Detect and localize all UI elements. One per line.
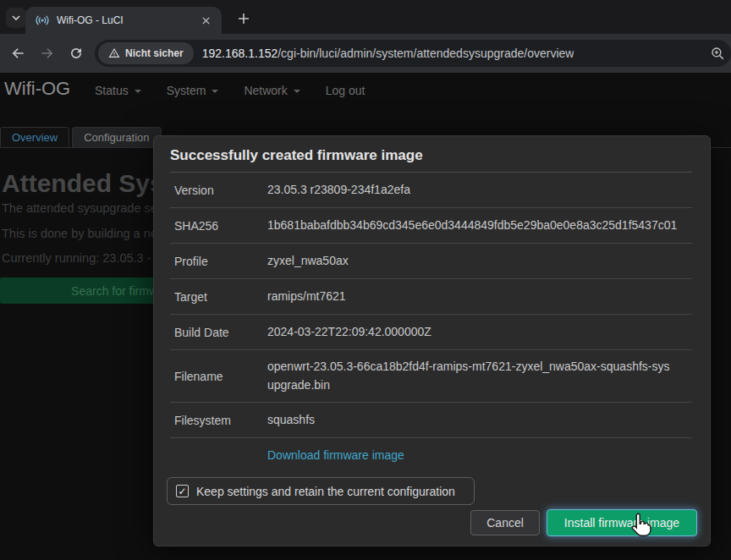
nav-item-network[interactable]: Network	[244, 84, 300, 97]
keep-settings-checkbox[interactable]	[176, 485, 189, 497]
tab-search-button[interactable]	[6, 8, 26, 28]
back-button[interactable]	[4, 40, 31, 67]
tab-configuration[interactable]: Configuration	[72, 127, 161, 147]
keep-settings-label: Keep settings and retain the current con…	[196, 485, 455, 498]
close-icon	[201, 16, 211, 25]
browser-tab[interactable]: Wifi-OG - LuCI	[25, 7, 222, 34]
page-text-line2: This is done by building a ne	[2, 227, 157, 240]
url-host: 192.168.1.152	[202, 47, 278, 60]
table-row-version: Version 23.05.3 r23809-234f1a2efa	[170, 173, 692, 208]
wifi-favicon-icon	[36, 14, 49, 27]
page-text-line1: The attended sysupgrade se	[2, 201, 157, 215]
new-tab-button[interactable]	[232, 7, 256, 30]
table-row-profile: Profile zyxel_nwa50ax	[170, 244, 692, 279]
back-arrow-icon	[9, 45, 26, 62]
chevron-down-icon	[294, 90, 300, 93]
table-row-build-date: Build Date 2024-03-22T22:09:42.000000Z	[170, 315, 692, 350]
plus-icon	[238, 13, 250, 25]
chevron-down-icon	[11, 13, 21, 23]
browser-toolbar: Nicht sicher 192.168.1.152/cgi-bin/luci/…	[0, 34, 731, 73]
site-brand: Wifi-OG	[4, 78, 70, 100]
reload-button[interactable]	[63, 40, 90, 67]
table-row-download: Download firmware image	[170, 438, 692, 474]
zoom-magnifier-icon[interactable]	[710, 46, 726, 62]
chevron-down-icon	[212, 90, 218, 93]
page-text-line3: Currently running: 23.05.3 - r	[2, 251, 158, 265]
modal-buttons: Cancel Install firmware image	[470, 509, 697, 536]
firmware-modal: Successfully created firmware image Vers…	[153, 135, 711, 546]
table-row-sha256: SHA256 1b681babafdbb34b69cd345e6e0d34448…	[170, 208, 692, 244]
tab-overview[interactable]: Overview	[0, 127, 69, 147]
keep-settings-option[interactable]: Keep settings and retain the current con…	[167, 477, 475, 505]
browser-window: Wifi-OG - LuCI	[0, 0, 731, 560]
download-firmware-link[interactable]: Download firmware image	[267, 448, 404, 462]
tab-title: Wifi-OG - LuCI	[57, 14, 198, 26]
main-nav: Status System Network Log out	[95, 84, 365, 97]
forward-button[interactable]	[34, 40, 61, 67]
install-firmware-button[interactable]: Install firmware image	[547, 509, 697, 536]
forward-arrow-icon	[39, 45, 56, 62]
cancel-button[interactable]: Cancel	[470, 510, 540, 535]
nav-item-status[interactable]: Status	[95, 84, 141, 97]
table-row-target: Target ramips/mt7621	[170, 279, 692, 315]
security-chip-label: Nicht sicher	[125, 47, 184, 59]
table-row-filesystem: Filesystem squashfs	[170, 403, 692, 438]
table-row-filename: Filename openwrt-23.05.3-66ca18b2fd4f-ra…	[170, 350, 692, 403]
warning-triangle-icon	[108, 47, 120, 59]
chevron-down-icon	[135, 90, 141, 93]
nav-item-system[interactable]: System	[167, 84, 219, 97]
tab-strip: Wifi-OG - LuCI	[0, 0, 731, 34]
page-tabs: Overview Configuration	[0, 127, 162, 147]
address-bar[interactable]: Nicht sicher 192.168.1.152/cgi-bin/luci/…	[95, 40, 731, 67]
firmware-info-table: Version 23.05.3 r23809-234f1a2efa SHA256…	[170, 173, 692, 474]
url-path: /cgi-bin/luci/admin/system/attendedsysup…	[278, 47, 574, 60]
url-text: 192.168.1.152/cgi-bin/luci/admin/system/…	[202, 47, 574, 60]
modal-title: Successfully created firmware image	[170, 147, 423, 164]
nav-item-logout[interactable]: Log out	[326, 84, 366, 97]
reload-icon	[69, 46, 84, 61]
security-chip[interactable]: Nicht sicher	[98, 42, 194, 64]
tab-close-button[interactable]	[198, 13, 213, 28]
